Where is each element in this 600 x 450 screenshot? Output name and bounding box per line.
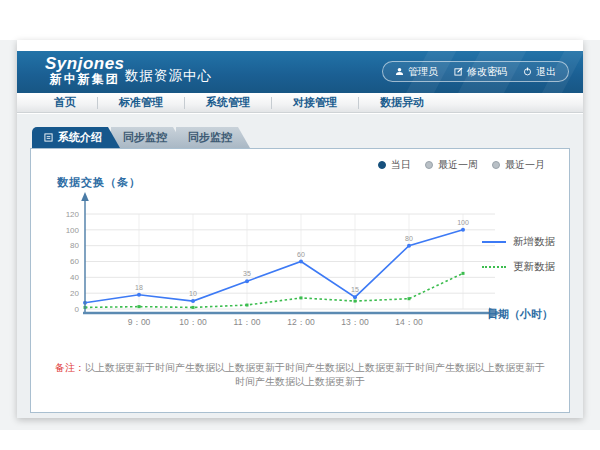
svg-text:80: 80	[405, 235, 413, 242]
svg-text:80: 80	[70, 241, 79, 250]
time-range-filter: 当日最近一周最近一月	[378, 158, 545, 172]
radio-option-2[interactable]: 最近一周	[425, 158, 478, 172]
tab-label: 系统介绍	[58, 130, 102, 145]
nav-item-3[interactable]: 系统管理	[185, 95, 271, 110]
data-exchange-line-chart: 0204060801001209：0010：0011：0012：0013：001…	[45, 189, 515, 341]
nav-item-5[interactable]: 数据异动	[359, 95, 445, 110]
svg-text:15: 15	[351, 286, 359, 293]
power-icon	[523, 67, 532, 76]
footnote: 备注：以上数据更新于时间产生数据以上数据更新于时间产生数据以上数据更新于时间产生…	[31, 361, 569, 389]
radio-option-3[interactable]: 最近一月	[492, 158, 545, 172]
svg-text:100: 100	[457, 219, 469, 226]
header-bar: Synjones 新中新集团 数据资源中心 管理员 修改密码	[17, 51, 583, 93]
svg-text:12：00: 12：00	[287, 317, 315, 327]
footnote-text: 以上数据更新于时间产生数据以上数据更新于时间产生数据以上数据更新于时间产生数据以…	[85, 362, 545, 387]
page-title: 数据资源中心	[125, 67, 212, 85]
tab-label: 同步监控	[188, 130, 232, 145]
app-viewport: Synjones 新中新集团 数据资源中心 管理员 修改密码	[0, 40, 600, 430]
logout-button[interactable]: 退出	[523, 65, 556, 79]
logo-wordmark: Synjones	[45, 55, 125, 73]
chart-legend: 新增数据更新数据	[482, 235, 555, 274]
svg-text:0: 0	[75, 305, 80, 314]
x-axis-title: 日期（小时）	[487, 307, 553, 322]
logo-chinese-name: 新中新集团	[45, 73, 125, 86]
chart-wrap: 0204060801001209：0010：0011：0012：0013：001…	[45, 189, 515, 345]
change-password-label: 修改密码	[467, 65, 507, 79]
radio-dot	[492, 161, 500, 169]
document-icon	[44, 132, 53, 144]
svg-text:9：00: 9：00	[128, 317, 151, 327]
svg-text:60: 60	[70, 257, 79, 266]
legend-item-1: 新增数据	[482, 235, 555, 249]
svg-text:13：00: 13：00	[341, 317, 369, 327]
tab-bar: 系统介绍同步监控同步监控	[32, 127, 570, 148]
tab-3[interactable]: 同步监控	[176, 127, 250, 148]
current-user-button[interactable]: 管理员	[395, 65, 438, 79]
current-user-label: 管理员	[408, 65, 438, 79]
nav-item-4[interactable]: 对接管理	[272, 95, 358, 110]
svg-text:14：00: 14：00	[395, 317, 423, 327]
legend-label: 更新数据	[513, 260, 555, 274]
svg-text:10: 10	[189, 290, 197, 297]
radio-label: 最近一周	[438, 158, 478, 172]
radio-dot	[425, 161, 433, 169]
logout-label: 退出	[536, 65, 556, 79]
edit-icon	[454, 67, 463, 76]
svg-text:18: 18	[135, 284, 143, 291]
radio-option-1[interactable]: 当日	[378, 158, 411, 172]
footnote-prefix: 备注：	[55, 362, 85, 373]
svg-text:40: 40	[70, 273, 79, 282]
tab-1[interactable]: 系统介绍	[32, 127, 120, 148]
user-icon	[395, 67, 404, 76]
user-toolbar: 管理员 修改密码 退出	[382, 61, 569, 82]
nav-menu: 首页标准管理系统管理对接管理数据异动	[17, 93, 583, 113]
company-logo: Synjones 新中新集团	[45, 55, 125, 85]
legend-line-sample	[482, 241, 506, 243]
svg-text:120: 120	[66, 210, 80, 219]
y-axis-title: 数据交换（条）	[57, 175, 141, 190]
nav-item-2[interactable]: 标准管理	[98, 95, 184, 110]
svg-text:100: 100	[66, 226, 80, 235]
nav-item-1[interactable]: 首页	[33, 95, 97, 110]
svg-text:20: 20	[70, 289, 79, 298]
chart-panel: 当日最近一周最近一月 数据交换（条） 0204060801001209：0010…	[30, 148, 570, 413]
legend-item-2: 更新数据	[482, 260, 555, 274]
svg-text:10：00: 10：00	[179, 317, 207, 327]
radio-label: 当日	[391, 158, 411, 172]
svg-text:11：00: 11：00	[234, 317, 261, 327]
content-area: 系统介绍同步监控同步监控 当日最近一周最近一月 数据交换（条） 02040608…	[17, 114, 583, 418]
svg-text:35: 35	[243, 270, 251, 277]
page: Synjones 新中新集团 数据资源中心 管理员 修改密码	[17, 40, 583, 418]
tab-label: 同步监控	[123, 130, 167, 145]
legend-line-sample	[482, 266, 506, 268]
radio-dot	[378, 161, 386, 169]
svg-text:60: 60	[297, 251, 305, 258]
change-password-button[interactable]: 修改密码	[454, 65, 507, 79]
radio-label: 最近一月	[505, 158, 545, 172]
legend-label: 新增数据	[513, 235, 555, 249]
tab-2[interactable]: 同步监控	[111, 127, 185, 148]
